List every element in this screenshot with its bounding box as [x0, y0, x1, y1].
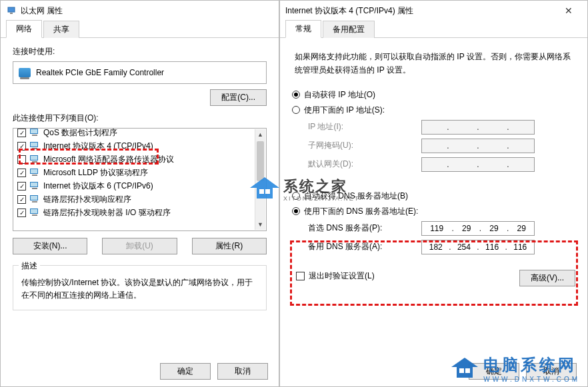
checkbox-icon — [296, 272, 305, 280]
tabs: 常规 备用配置 — [280, 21, 587, 38]
connect-using-label: 连接时使用: — [13, 46, 267, 57]
checkbox-icon[interactable]: ✓ — [17, 129, 26, 137]
tab-alternate[interactable]: 备用配置 — [323, 21, 375, 38]
close-icon[interactable]: ✕ — [555, 1, 582, 21]
radio-dns-auto[interactable]: 自动获得 DNS 服务器地址(B) — [292, 191, 575, 202]
titlebar: 以太网 属性 — [1, 1, 279, 21]
tabs: 网络 共享 — [1, 21, 279, 38]
gateway-label: 默认网关(D): — [308, 159, 421, 170]
ethernet-properties-dialog: 以太网 属性 网络 共享 连接时使用: Realtek PCIe GbE Fam… — [0, 0, 279, 387]
gateway-input: ... — [421, 157, 535, 172]
ethernet-icon — [6, 5, 17, 16]
protocol-icon — [30, 169, 39, 177]
preferred-dns-label: 首选 DNS 服务器(P): — [308, 222, 421, 234]
tab-general[interactable]: 常规 — [285, 20, 321, 38]
list-item[interactable]: ✓QoS 数据包计划程序 — [13, 128, 266, 139]
tab-network[interactable]: 网络 — [6, 20, 42, 38]
protocol-icon — [30, 208, 39, 216]
checkbox-icon[interactable]: ✓ — [17, 169, 26, 177]
titlebar: Internet 协议版本 4 (TCP/IPv4) 属性 ✕ — [280, 1, 587, 21]
radio-icon — [292, 207, 300, 215]
uninstall-button: 卸载(U) — [102, 238, 177, 254]
list-item[interactable]: ✓链路层拓扑发现映射器 I/O 驱动程序 — [13, 206, 266, 219]
cancel-button[interactable]: 取消 — [217, 363, 268, 380]
radio-dns-manual[interactable]: 使用下面的 DNS 服务器地址(E): — [292, 206, 575, 217]
scroll-thumb[interactable] — [257, 141, 264, 181]
adapter-name: Realtek PCIe GbE Family Controller — [36, 68, 164, 77]
protocol-icon — [30, 155, 39, 163]
adapter-box[interactable]: Realtek PCIe GbE Family Controller — [13, 61, 267, 84]
ip-address-input: ... — [421, 120, 535, 135]
items-label: 此连接使用下列项目(O): — [13, 113, 267, 124]
ok-button[interactable]: 确定 — [469, 363, 519, 380]
advanced-button[interactable]: 高级(V)... — [519, 270, 575, 286]
nic-icon — [19, 68, 31, 77]
scroll-down-icon[interactable]: ▼ — [255, 219, 265, 230]
radio-icon — [292, 106, 300, 114]
list-item-label: Microsoft LLDP 协议驱动程序 — [43, 167, 148, 179]
checkbox-icon[interactable]: ✓ — [17, 142, 26, 151]
subnet-mask-label: 子网掩码(U): — [308, 140, 421, 151]
preferred-dns-input[interactable]: 119. 29. 29. 29 — [421, 221, 535, 236]
subnet-mask-input: ... — [421, 139, 535, 153]
intro-text: 如果网络支持此功能，则可以获取自动指派的 IP 设置。否则，你需要从网络系统管理… — [295, 50, 573, 77]
ok-button[interactable]: 确定 — [160, 363, 211, 380]
list-item[interactable]: ✓Microsoft LLDP 协议驱动程序 — [13, 166, 266, 179]
tab-share[interactable]: 共享 — [43, 21, 79, 38]
components-list[interactable]: ✓QoS 数据包计划程序✓Internet 协议版本 4 (TCP/IPv4)M… — [13, 128, 267, 231]
protocol-icon — [30, 182, 39, 190]
list-item[interactable]: ✓Internet 协议版本 4 (TCP/IPv4) — [13, 139, 266, 153]
ip-address-label: IP 地址(I): — [308, 121, 421, 133]
properties-button[interactable]: 属性(R) — [192, 238, 267, 254]
list-item-label: 链路层拓扑发现响应程序 — [43, 194, 131, 205]
cancel-button[interactable]: 取消 — [526, 363, 577, 380]
radio-icon — [292, 192, 300, 200]
configure-button[interactable]: 配置(C)... — [210, 89, 267, 106]
install-button[interactable]: 安装(N)... — [13, 238, 87, 254]
radio-ip-manual[interactable]: 使用下面的 IP 地址(S): — [292, 105, 575, 116]
list-scrollbar[interactable]: ▲ ▼ — [255, 129, 265, 230]
svg-rect-1 — [10, 13, 13, 14]
dialog-title: Internet 协议版本 4 (TCP/IPv4) 属性 — [285, 5, 555, 17]
radio-ip-auto[interactable]: 自动获得 IP 地址(O) — [292, 89, 575, 101]
checkbox-icon[interactable]: ✓ — [17, 208, 26, 217]
dialog-title: 以太网 属性 — [21, 5, 273, 17]
protocol-icon — [30, 129, 39, 137]
alternate-dns-input[interactable]: 182. 254. 116. 116 — [421, 240, 535, 254]
list-item-label: Microsoft 网络适配器多路传送器协议 — [43, 154, 174, 165]
scroll-up-icon[interactable]: ▲ — [255, 129, 265, 140]
checkbox-icon[interactable] — [17, 155, 26, 164]
list-item-label: 链路层拓扑发现映射器 I/O 驱动程序 — [43, 207, 171, 218]
list-item[interactable]: Microsoft 网络适配器多路传送器协议 — [13, 153, 266, 166]
list-item[interactable]: ✓链路层拓扑发现响应程序 — [13, 193, 266, 206]
alternate-dns-label: 备用 DNS 服务器(A): — [308, 241, 421, 252]
list-item[interactable]: ✓Internet 协议版本 6 (TCP/IPv6) — [13, 179, 266, 193]
ipv4-properties-dialog: Internet 协议版本 4 (TCP/IPv4) 属性 ✕ 常规 备用配置 … — [279, 0, 588, 387]
description-title: 描述 — [19, 260, 40, 272]
protocol-icon — [30, 142, 39, 150]
protocol-icon — [30, 195, 39, 203]
description-text: 传输控制协议/Internet 协议。该协议是默认的广域网络协议，用于在不同的相… — [21, 276, 258, 302]
checkbox-icon[interactable]: ✓ — [17, 182, 26, 191]
checkbox-icon[interactable]: ✓ — [17, 195, 26, 204]
list-item-label: QoS 数据包计划程序 — [43, 128, 117, 139]
list-item-label: Internet 协议版本 6 (TCP/IPv6) — [43, 181, 153, 192]
svg-rect-0 — [8, 7, 15, 12]
list-item-label: Internet 协议版本 4 (TCP/IPv4) — [43, 141, 153, 152]
radio-icon — [292, 91, 300, 99]
